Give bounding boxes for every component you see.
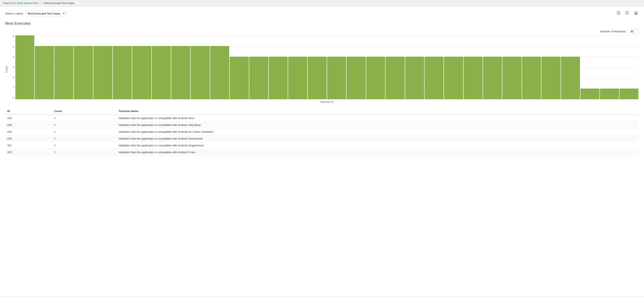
section-title: Most Executed [5, 21, 639, 26]
chart-bar [522, 57, 541, 99]
num-testcases-label: Number of testcases: [600, 30, 626, 33]
cell-count: 5 [52, 142, 116, 149]
y-axis-label: Count [5, 35, 8, 104]
y-tick: 5 [9, 46, 15, 48]
table-row: 421 5 Validation that the application is… [5, 142, 639, 149]
select-report-label: Select a report [5, 12, 23, 15]
breadcrumb-current: Most Executed Test Cases [44, 2, 74, 5]
export-pdf-button[interactable]: PDF [616, 10, 622, 17]
chart-bar [405, 57, 424, 99]
cell-count: 6 [52, 115, 116, 122]
y-tick: 3 [9, 66, 15, 68]
cell-id: 421 [5, 142, 52, 149]
y-tick: 6 [9, 35, 15, 38]
table-row: 418 5 Validation that the application is… [5, 122, 639, 128]
cell-id: 419 [5, 128, 52, 135]
y-tick: 2 [9, 76, 15, 79]
chart-bar [269, 57, 288, 99]
chart-bar [366, 57, 385, 99]
chart-bar [444, 57, 463, 99]
chart-bar [288, 57, 307, 99]
cell-count: 5 [52, 128, 116, 135]
breadcrumb: Reports for Stock Market Portf... > Most… [0, 0, 644, 6]
cell-id: 420 [5, 135, 52, 142]
chart-bar [580, 89, 600, 99]
col-id: ID [5, 108, 52, 115]
chart-bar [424, 57, 444, 99]
chart-bar [464, 57, 482, 99]
chart-bar [210, 46, 229, 99]
bars-row [15, 35, 639, 99]
chart-header: Number of testcases: [5, 29, 639, 34]
svg-point-5 [637, 12, 637, 13]
chart-bar [346, 57, 366, 99]
toolbar-left: Select a report Most Executed Test Cases… [5, 11, 67, 16]
chart-bar [502, 57, 522, 99]
chart-area: 0 1 2 3 4 5 6 [9, 35, 639, 104]
col-name: Testcase Name [116, 108, 639, 115]
chart-bar [132, 46, 151, 99]
cell-id: 422 [5, 149, 52, 156]
cell-count: 5 [52, 149, 116, 156]
y-tick: 0 [9, 96, 15, 99]
chart-bar [327, 57, 346, 99]
report-select[interactable]: Most Executed Test Cases Test Execution … [26, 11, 67, 16]
bars-grid [15, 35, 639, 99]
cell-id: 410 [5, 115, 52, 122]
print-button[interactable] [633, 10, 639, 17]
chart-bar [113, 46, 132, 99]
chart-container: Count 0 1 2 3 4 5 6 [5, 35, 639, 104]
table-header-row: ID Count Testcase Name [5, 108, 639, 115]
chart-bar [249, 57, 268, 99]
breadcrumb-separator: > [41, 2, 43, 5]
y-ticks: 0 1 2 3 4 5 6 [9, 35, 15, 99]
cell-name: Validation that the application is compa… [116, 128, 639, 135]
chart-bar [600, 89, 619, 99]
x-axis-label: Testcase ID [9, 101, 639, 104]
cell-name: Validation that the application is compa… [116, 142, 639, 149]
table-row: 420 5 Validation that the application is… [5, 135, 639, 142]
chart-bar [620, 89, 638, 99]
chart-bar [308, 57, 327, 99]
y-tick: 1 [9, 86, 15, 89]
chart-bar [542, 57, 560, 99]
bars-and-grid: 0 1 2 3 4 5 6 [9, 35, 639, 99]
chart-bar [561, 57, 580, 99]
cell-count: 5 [52, 135, 116, 142]
cell-id: 418 [5, 122, 52, 128]
y-tick: 4 [9, 56, 15, 58]
data-table: ID Count Testcase Name 410 6 Validation … [5, 108, 639, 156]
main-content: Select a report Most Executed Test Cases… [0, 6, 644, 296]
cell-name: Validation that the application is compa… [116, 149, 639, 156]
cell-name: Validation that the application is compa… [116, 122, 639, 128]
toolbar: Select a report Most Executed Test Cases… [5, 10, 639, 17]
chart-bar [191, 46, 210, 99]
chart-bar [94, 46, 112, 99]
chart-bar [152, 46, 171, 99]
num-testcases-input[interactable] [628, 29, 639, 34]
export-csv-button[interactable] [624, 10, 630, 17]
chart-bar [171, 46, 190, 99]
table-row: 410 6 Validation that the application is… [5, 115, 639, 122]
chart-bar [35, 46, 54, 99]
chart-bar [230, 57, 249, 99]
toolbar-right: PDF [616, 10, 639, 17]
svg-text:PDF: PDF [619, 13, 621, 14]
cell-name: Validation that the application is compa… [116, 115, 639, 122]
cell-count: 5 [52, 122, 116, 128]
table-row: 419 5 Validation that the application is… [5, 128, 639, 135]
chart-bar [74, 46, 93, 99]
col-count: Count [52, 108, 116, 115]
chart-bar [54, 46, 73, 99]
breadcrumb-parent[interactable]: Reports for Stock Market Portf... [4, 2, 40, 5]
chart-bar [386, 57, 404, 99]
cell-name: Validation that the application is compa… [116, 135, 639, 142]
svg-rect-4 [635, 13, 637, 14]
chart-bar [483, 57, 502, 99]
table-row: 422 5 Validation that the application is… [5, 149, 639, 156]
chart-bar [15, 35, 34, 99]
